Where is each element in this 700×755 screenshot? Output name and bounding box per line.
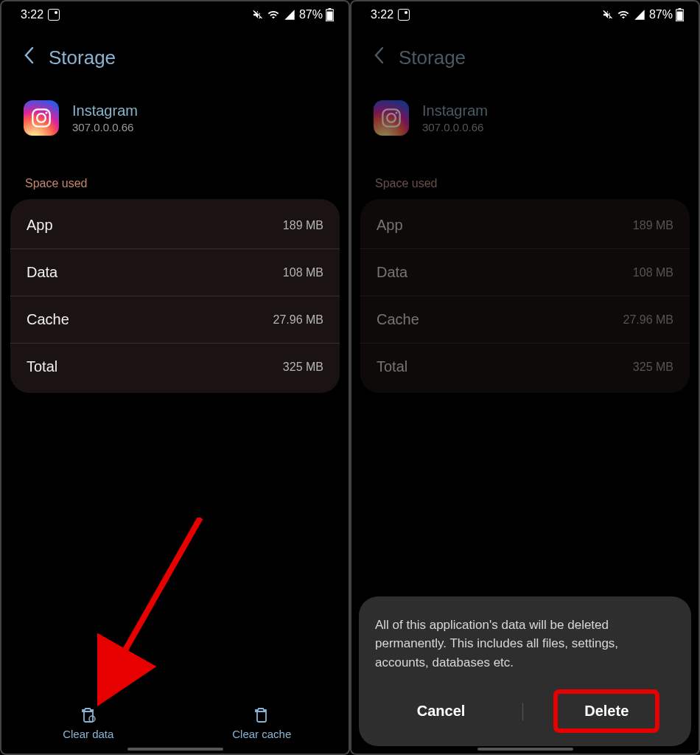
status-time: 3:22 xyxy=(21,8,43,21)
battery-icon xyxy=(326,8,334,21)
svg-rect-1 xyxy=(329,8,332,10)
annotation-arrow xyxy=(97,518,230,709)
app-info-row: Instagram 307.0.0.0.66 xyxy=(1,87,349,150)
back-button[interactable] xyxy=(374,46,384,69)
screenshot-icon xyxy=(398,9,410,21)
svg-rect-9 xyxy=(679,8,682,10)
cancel-button[interactable]: Cancel xyxy=(391,694,492,728)
clear-data-label: Clear data xyxy=(63,728,113,740)
svg-point-5 xyxy=(45,111,47,114)
svg-point-12 xyxy=(387,114,396,122)
app-info-row: Instagram 307.0.0.0.66 xyxy=(351,87,699,150)
section-label: Space used xyxy=(351,150,699,199)
dialog-divider xyxy=(522,703,523,720)
app-version: 307.0.0.0.66 xyxy=(72,121,138,133)
wifi-icon xyxy=(617,9,630,21)
screenshot-icon xyxy=(48,9,60,21)
svg-rect-2 xyxy=(326,12,332,21)
page-header: Storage xyxy=(351,28,699,87)
confirm-dialog: All of this application's data will be d… xyxy=(359,596,691,747)
storage-row-data: Data 108 MB xyxy=(10,249,340,296)
svg-rect-11 xyxy=(382,109,399,126)
storage-row-cache: Cache 27.96 MB xyxy=(10,296,340,344)
battery-icon xyxy=(676,8,684,21)
signal-icon xyxy=(633,9,646,21)
instagram-icon xyxy=(374,100,409,136)
storage-row-total: Total 325 MB xyxy=(360,344,690,390)
svg-point-13 xyxy=(395,111,397,114)
battery-percent: 87% xyxy=(649,8,673,21)
status-time: 3:22 xyxy=(371,8,393,21)
storage-row-app: App 189 MB xyxy=(360,202,690,249)
app-name: Instagram xyxy=(72,102,138,119)
nav-indicator xyxy=(127,748,223,751)
svg-rect-10 xyxy=(676,12,682,21)
svg-point-4 xyxy=(37,114,46,122)
page-title: Storage xyxy=(399,46,466,69)
phone-right: 3:22 87% Storage Instagram 307.0.0.0.66 … xyxy=(350,0,700,755)
battery-percent: 87% xyxy=(299,8,323,21)
clear-cache-label: Clear cache xyxy=(232,728,291,740)
storage-row-total: Total 325 MB xyxy=(10,344,340,390)
storage-row-data: Data 108 MB xyxy=(360,249,690,296)
storage-row-app: App 189 MB xyxy=(10,202,340,249)
page-title: Storage xyxy=(49,46,116,69)
status-bar: 3:22 87% xyxy=(1,1,349,28)
delete-button[interactable]: Delete xyxy=(553,689,659,733)
svg-line-6 xyxy=(108,518,200,680)
status-bar: 3:22 87% xyxy=(351,1,699,28)
section-label: Space used xyxy=(1,150,349,199)
storage-card: App 189 MB Data 108 MB Cache 27.96 MB To… xyxy=(10,199,340,393)
wifi-icon xyxy=(267,9,280,21)
phone-left: 3:22 87% Storage Instagram 307.0.0.0.66 … xyxy=(0,0,350,755)
nav-indicator xyxy=(477,748,573,751)
clear-data-icon xyxy=(80,706,97,723)
dialog-message: All of this application's data will be d… xyxy=(375,616,675,672)
storage-row-cache: Cache 27.96 MB xyxy=(360,296,690,344)
app-name: Instagram xyxy=(422,102,488,119)
instagram-icon xyxy=(24,100,59,136)
svg-rect-3 xyxy=(32,109,49,126)
mute-icon xyxy=(602,9,614,21)
signal-icon xyxy=(283,9,296,21)
clear-data-button[interactable]: Clear data xyxy=(1,706,175,740)
mute-icon xyxy=(252,9,264,21)
clear-cache-icon xyxy=(253,706,270,723)
storage-card: App 189 MB Data 108 MB Cache 27.96 MB To… xyxy=(360,199,690,393)
back-button[interactable] xyxy=(24,46,34,69)
app-version: 307.0.0.0.66 xyxy=(422,121,488,133)
page-header: Storage xyxy=(1,28,349,87)
clear-cache-button[interactable]: Clear cache xyxy=(175,706,349,740)
